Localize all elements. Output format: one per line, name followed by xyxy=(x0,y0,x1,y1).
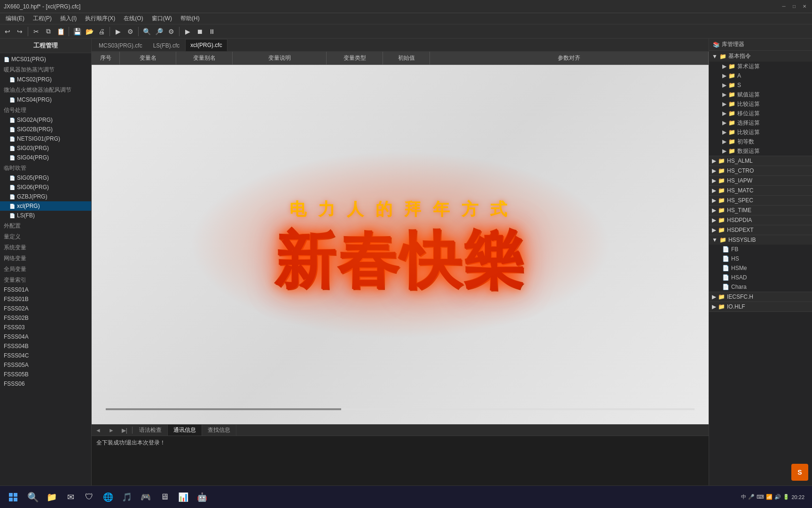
taskbar-search[interactable]: 🔍 xyxy=(24,489,41,506)
sidebar-item-fsss03[interactable]: FSSS03 xyxy=(0,323,91,332)
settings-button[interactable]: ⚙ xyxy=(165,26,177,37)
taskbar-keyboard[interactable]: ⌨ xyxy=(757,494,764,500)
rp-item-S[interactable]: ▶ 📁 S xyxy=(709,80,812,90)
sidebar-item-sig02b[interactable]: 📄 SIG02B(PRG) xyxy=(0,125,91,134)
open-button[interactable]: 📂 xyxy=(84,26,95,37)
rp-section-hsiapw-header[interactable]: ▶ 📁 HS_IAPW xyxy=(709,176,812,185)
sidebar-item-sig03[interactable]: 📄 SIG03(PRG) xyxy=(0,143,91,153)
menu-window[interactable]: 窗口(W) xyxy=(148,14,176,24)
taskbar-network[interactable]: 📶 xyxy=(766,494,773,500)
undo-button[interactable]: ↩ xyxy=(2,26,13,37)
menu-project[interactable]: 工程(P) xyxy=(29,14,55,24)
zoom-in-button[interactable]: 🔎 xyxy=(153,26,164,37)
menu-edit[interactable]: 编辑(E) xyxy=(2,14,28,24)
rp-section-basic-header[interactable]: ▼ 📁 基本指令 xyxy=(709,51,812,62)
sidebar-item-sig02a[interactable]: 📄 SIG02A(PRG) xyxy=(0,115,91,125)
rp-section-hsspec-header[interactable]: ▶ 📁 HS_SPEC xyxy=(709,196,812,205)
sidebar-item-sig04[interactable]: 📄 SIG04(PRG) xyxy=(0,153,91,162)
rp-section-hssyslib-header[interactable]: ▼ 📁 HSSYSLIB xyxy=(709,235,812,245)
rp-item-init[interactable]: ▶ 📁 初等数 xyxy=(709,137,812,146)
sidebar-item-fsss02b[interactable]: FSSS02B xyxy=(0,313,91,323)
menu-help[interactable]: 帮助(H) xyxy=(177,14,203,24)
stop-button[interactable]: ⏹ xyxy=(194,26,205,37)
rp-item-bitlogic[interactable]: ▶ 📁 比较运算 xyxy=(709,127,812,137)
sidebar-item-fsss02a[interactable]: FSSS02A xyxy=(0,304,91,313)
copy-button[interactable]: ⧉ xyxy=(43,26,54,37)
rp-item-A[interactable]: ▶ 📁 A xyxy=(709,71,812,80)
compile-button[interactable]: ▶ xyxy=(112,26,124,37)
rp-item-assign[interactable]: ▶ 📁 赋值运算 xyxy=(709,90,812,99)
sidebar-item-fsss06[interactable]: FSSS06 xyxy=(0,379,91,389)
rp-section-iecsfc-header[interactable]: ▶ 📁 IECSFC.H xyxy=(709,292,812,302)
tab-ls[interactable]: LS(FB).cfc xyxy=(148,39,185,51)
sidebar-item-sig05[interactable]: 📄 SIG05(PRG) xyxy=(0,173,91,183)
taskbar-ime[interactable]: 中 xyxy=(741,493,746,500)
taskbar-mail[interactable]: ✉ xyxy=(62,489,79,506)
print-button[interactable]: 🖨 xyxy=(96,26,107,37)
start-button[interactable] xyxy=(4,488,23,507)
sidebar-item-sig06[interactable]: 📄 SIG06(PRG) xyxy=(0,183,91,192)
run-button[interactable]: ▶ xyxy=(182,26,193,37)
minimize-button[interactable]: ─ xyxy=(780,3,788,10)
sidebar-item-fsss01a[interactable]: FSSS01A xyxy=(0,285,91,294)
sidebar-item-fsss05a[interactable]: FSSS05A xyxy=(0,360,91,370)
taskbar-monitor[interactable]: 🖥 xyxy=(156,489,173,506)
rp-section-hsdpext-header[interactable]: ▶ 📁 HSDPEXT xyxy=(709,225,812,235)
rp-item-chara[interactable]: 📄 Chara xyxy=(709,282,812,292)
rp-item-compare[interactable]: ▶ 📁 比较运算 xyxy=(709,99,812,109)
log-tab-syntax[interactable]: 语法检查 xyxy=(133,425,168,436)
taskbar-battery[interactable]: 🔋 xyxy=(783,494,789,500)
rp-section-hstime-header[interactable]: ▶ 📁 HS_TIME xyxy=(709,206,812,215)
rp-section-hsmatc-header[interactable]: ▶ 📁 HS_MATC xyxy=(709,186,812,195)
taskbar-game[interactable]: 🎵 xyxy=(118,489,135,506)
paste-button[interactable]: 📋 xyxy=(55,26,66,37)
menu-insert[interactable]: 插入(I) xyxy=(56,14,80,24)
rp-item-hsad[interactable]: 📄 HSAD xyxy=(709,273,812,282)
rp-section-hsdpdia-header[interactable]: ▶ 📁 HSDPDIA xyxy=(709,215,812,225)
sidebar-item-fsss01b[interactable]: FSSS01B xyxy=(0,294,91,304)
sidebar-item-fsss05b[interactable]: FSSS05B xyxy=(0,370,91,379)
rp-item-select[interactable]: ▶ 📁 选择运算 xyxy=(709,118,812,127)
rp-item-shift[interactable]: ▶ 📁 移位运算 xyxy=(709,109,812,118)
rp-item-hsme[interactable]: 📄 HSMe xyxy=(709,263,812,273)
taskbar-tools[interactable]: 🎮 xyxy=(137,489,154,506)
taskbar-security[interactable]: 🛡 xyxy=(81,489,98,506)
save-button[interactable]: 💾 xyxy=(71,26,83,37)
rp-section-hsctro-header[interactable]: ▶ 📁 HS_CTRO xyxy=(709,166,812,175)
taskbar-chart[interactable]: 📊 xyxy=(175,489,192,506)
debug-button[interactable]: ⚙ xyxy=(125,26,136,37)
sidebar-item-mcs02[interactable]: 📄 MCS02(PRG) xyxy=(0,75,91,84)
sidebar-item-ls[interactable]: 📄 LS(FB) xyxy=(0,211,91,220)
sidebar-item-fsss04a[interactable]: FSSS04A xyxy=(0,332,91,341)
cut-button[interactable]: ✂ xyxy=(31,26,42,37)
pause-button[interactable]: ⏸ xyxy=(206,26,218,37)
sidebar-item-fsss04b[interactable]: FSSS04B xyxy=(0,341,91,351)
log-tab-search[interactable]: 查找信息 xyxy=(202,425,236,436)
maximize-button[interactable]: □ xyxy=(790,3,798,10)
redo-button[interactable]: ↪ xyxy=(14,26,25,37)
tab-xcl[interactable]: xcl(PRG).cfc xyxy=(185,39,227,51)
sidebar-item-mcs04[interactable]: 📄 MCS04(PRG) xyxy=(0,95,91,104)
taskbar-browser[interactable]: 🌐 xyxy=(100,489,117,506)
tab-mcs03[interactable]: MCS03(PRG).cfc xyxy=(94,39,148,51)
log-scroll-right[interactable]: ► xyxy=(105,425,118,436)
sidebar-item-mcs01[interactable]: 📄 MCS01(PRG) xyxy=(0,55,91,64)
sidebar-item-gzbj[interactable]: 📄 GZBJ(PRG) xyxy=(0,192,91,201)
rp-section-hsalm-header[interactable]: ▶ 📁 HS_ALML xyxy=(709,156,812,166)
rp-item-hs[interactable]: 📄 HS xyxy=(709,254,812,263)
menu-online[interactable]: 在线(O) xyxy=(120,14,147,24)
rp-section-iohlf-header[interactable]: ▶ 📁 IO.HLF xyxy=(709,302,812,311)
log-tab-comm[interactable]: 通讯信息 xyxy=(168,425,202,436)
ime-indicator[interactable]: S xyxy=(791,464,808,481)
rp-item-dataop[interactable]: ▶ 📁 数据运算 xyxy=(709,146,812,156)
sidebar-item-xcl[interactable]: 📄 xcl(PRG) xyxy=(0,201,91,211)
taskbar-files[interactable]: 📁 xyxy=(43,489,60,506)
rp-item-calc[interactable]: ▶ 📁 算术运算 xyxy=(709,62,812,71)
log-scroll-end[interactable]: ▶| xyxy=(118,425,131,436)
menu-exec-order[interactable]: 执行顺序(X) xyxy=(81,14,119,24)
search-button[interactable]: 🔍 xyxy=(141,26,152,37)
taskbar-ai[interactable]: 🤖 xyxy=(194,489,211,506)
close-button[interactable]: ✕ xyxy=(801,3,808,10)
taskbar-volume[interactable]: 🔊 xyxy=(774,494,781,500)
log-scroll-left[interactable]: ◄ xyxy=(92,425,105,436)
